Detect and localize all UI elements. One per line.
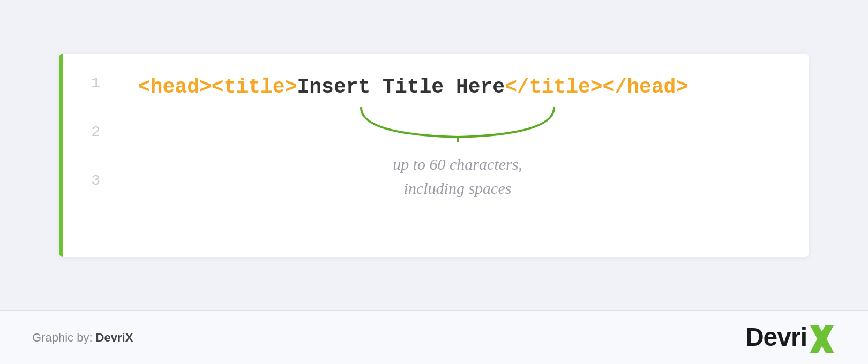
accent-bar: [59, 54, 63, 257]
credit-brand: DevriX: [96, 331, 133, 344]
annotation-line1: up to 60 characters,: [393, 155, 522, 173]
html-code-line: <head><title>Insert Title Here</title></…: [138, 75, 777, 100]
credit-prefix: Graphic by:: [32, 331, 96, 344]
devrix-word: Devri: [745, 323, 807, 351]
annotation-area: up to 60 characters, including spaces: [138, 105, 777, 200]
close-title-tag: </title>: [505, 75, 602, 98]
line-number-2: 2: [91, 124, 100, 140]
code-content: <head><title>Insert Title Here</title></…: [111, 54, 809, 257]
line-numbers: 1 2 3: [63, 54, 111, 257]
line-number-1: 1: [91, 75, 100, 92]
annotation-text: up to 60 characters, including spaces: [393, 152, 522, 200]
close-head-tag: </head>: [603, 75, 689, 98]
svg-marker-0: [810, 325, 834, 353]
code-panel: 1 2 3 <head><title>Insert Title Here</ti…: [59, 54, 809, 257]
annotation-line2: including spaces: [404, 179, 512, 197]
footer-credit: Graphic by: DevriX: [32, 331, 133, 345]
footer: Graphic by: DevriX Devri: [0, 310, 868, 364]
devrix-logo-text: Devri: [745, 322, 836, 353]
line-number-3: 3: [91, 172, 100, 189]
open-title-tag: <title>: [212, 75, 297, 98]
devrix-x-icon: [808, 325, 836, 353]
main-area: 1 2 3 <head><title>Insert Title Here</ti…: [0, 0, 868, 310]
title-text: Insert Title Here: [297, 75, 505, 98]
devrix-logo: Devri: [745, 322, 836, 353]
open-head-tag: <head>: [138, 75, 212, 98]
curly-brace-svg: [345, 105, 570, 142]
